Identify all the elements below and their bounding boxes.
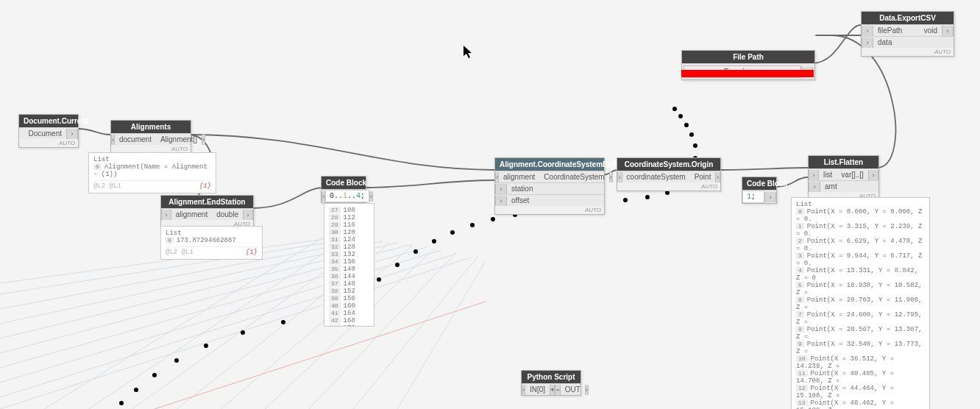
input-port[interactable]: › — [495, 184, 507, 194]
preview-endstation: List 0173.87294662887 @L2 @L1{1} — [160, 226, 263, 260]
node-title: Document.Current — [19, 115, 78, 127]
svg-line-11 — [88, 238, 346, 409]
list-item: 7Point(X = 24.600, Y = 12.795, Z = — [796, 311, 925, 326]
node-code-block-amt[interactable]: Code Block 1;› — [742, 177, 777, 204]
list-item: 27108 — [329, 207, 369, 214]
list-item: 42168 — [329, 317, 369, 324]
svg-point-45 — [678, 114, 683, 118]
remove-input-button[interactable]: − — [555, 385, 560, 395]
svg-point-42 — [693, 143, 697, 148]
node-title: Alignment.EndStation — [161, 196, 253, 208]
output-label: void — [906, 25, 942, 36]
svg-point-46 — [672, 107, 677, 111]
preview-header: List — [166, 230, 258, 237]
list-item: 36144 — [329, 273, 369, 280]
output-label: CoordinateSystem — [539, 171, 608, 182]
output-port[interactable]: › — [585, 385, 589, 395]
output-label: Alignment[] — [156, 134, 202, 145]
node-title: Code Block — [742, 177, 776, 190]
input-port[interactable]: › — [161, 210, 171, 220]
preview-header: List — [93, 156, 211, 163]
svg-line-2 — [0, 250, 441, 383]
node-python-script[interactable]: Python Script › IN[0] + − OUT › — [521, 370, 581, 396]
svg-line-19 — [155, 302, 486, 409]
lacing-label: AUTO — [495, 206, 604, 214]
node-alignments[interactable]: Alignments › document Alignment[] › AUTO — [110, 120, 191, 154]
svg-point-37 — [645, 195, 650, 199]
svg-line-10 — [44, 237, 324, 409]
node-coordinatesystem-origin[interactable]: CoordinateSystem.Origin ›coordinateSyste… — [617, 157, 721, 191]
input-port[interactable]: › — [809, 182, 820, 192]
svg-point-21 — [134, 388, 138, 392]
list-item: 43172 — [329, 324, 369, 327]
list-item: 8Point(X = 28.567, Y = 13.307, Z = — [796, 326, 925, 341]
file-path-error-bar — [681, 70, 814, 77]
list-item: 39156 — [329, 295, 369, 302]
lacing-label: AUTO — [617, 182, 720, 191]
add-input-button[interactable]: + — [550, 385, 555, 395]
node-title: File Path — [682, 51, 814, 63]
list-item: 13Point(X = 48.462, Y = 15.109, Z = — [796, 399, 925, 409]
input-port[interactable]: › — [809, 170, 819, 180]
svg-point-22 — [152, 373, 157, 377]
output-port[interactable]: › — [942, 26, 954, 36]
node-code-block-range[interactable]: Code Block › 0..i..4; › — [321, 176, 366, 203]
svg-line-14 — [221, 246, 412, 409]
preview-code-block-range: 2710828112291163012031124321283313234136… — [324, 203, 374, 327]
node-title: Python Script — [522, 371, 580, 383]
output-label: Document — [19, 128, 66, 139]
input-port[interactable]: › — [862, 38, 873, 48]
node-data-exportcsv[interactable]: Data.ExportCSV ›filePathvoid› ›data AUTO — [861, 11, 954, 57]
svg-point-36 — [623, 198, 628, 202]
output-port[interactable]: › — [764, 192, 776, 202]
output-port[interactable]: › — [609, 172, 613, 182]
list-item: 4Point(X = 13.331, Y = 8.842, Z = 0 — [796, 267, 925, 282]
output-label: OUT — [561, 384, 585, 395]
code-expression[interactable]: 1 — [747, 193, 751, 201]
code-expression[interactable]: 0..i..4; — [330, 192, 365, 200]
list-item: 30120 — [329, 229, 369, 236]
output-port[interactable]: › — [243, 210, 253, 220]
list-item: 35140 — [329, 266, 369, 273]
lacing-label: AUTO — [862, 48, 954, 56]
input-port[interactable]: › — [862, 26, 873, 36]
svg-point-23 — [174, 358, 179, 363]
list-item: 41164 — [329, 310, 369, 317]
list-item: 31124 — [329, 236, 369, 243]
svg-line-18 — [397, 261, 486, 409]
node-title: Alignment.CoordinateSystemByStationOffse… — [495, 158, 604, 171]
input-label: station — [507, 183, 537, 194]
input-label: alignment — [171, 209, 212, 220]
list-item: 37148 — [329, 280, 369, 288]
svg-point-32 — [470, 223, 475, 227]
preview-alignments: List 0Alignment(Name = Alignment - (1)) … — [88, 152, 216, 193]
svg-point-30 — [432, 239, 436, 243]
svg-point-27 — [377, 277, 381, 282]
node-coordinate-system-by-station-offset[interactable]: Alignment.CoordinateSystemByStationOffse… — [494, 157, 605, 215]
preview-row: 173.87294662887 — [177, 237, 236, 244]
svg-point-44 — [684, 123, 689, 127]
input-label: list — [819, 169, 837, 180]
list-item: 9Point(X = 32.540, Y = 13.773, Z = — [796, 341, 925, 355]
input-label: IN[0] — [525, 384, 550, 395]
node-list-flatten[interactable]: List.Flatten ›listvar[]..[]› ›amt AUTO — [808, 155, 879, 201]
input-label: coordinateSystem — [622, 171, 690, 182]
svg-point-43 — [689, 132, 694, 137]
output-port[interactable]: › — [868, 170, 878, 180]
input-label: offset — [507, 195, 533, 206]
floor-grid — [0, 237, 486, 409]
input-port[interactable]: › — [495, 196, 507, 206]
list-item: 12Point(X = 44.464, Y = 15.108, Z = — [796, 385, 925, 399]
input-label: alignment — [499, 171, 539, 182]
output-port[interactable]: › — [202, 135, 205, 145]
preview-header: List — [796, 201, 925, 208]
input-port[interactable]: › — [617, 172, 622, 182]
output-label: double — [212, 209, 243, 220]
list-item: 40160 — [329, 302, 369, 310]
node-alignment-endstation[interactable]: Alignment.EndStation › alignment double … — [160, 195, 254, 229]
input-label: data — [873, 37, 896, 48]
node-document-current[interactable]: Document.Current Document› AUTO — [18, 114, 79, 148]
output-port[interactable]: › — [66, 129, 78, 139]
output-port[interactable]: › — [369, 191, 373, 202]
output-port[interactable]: › — [715, 172, 720, 182]
